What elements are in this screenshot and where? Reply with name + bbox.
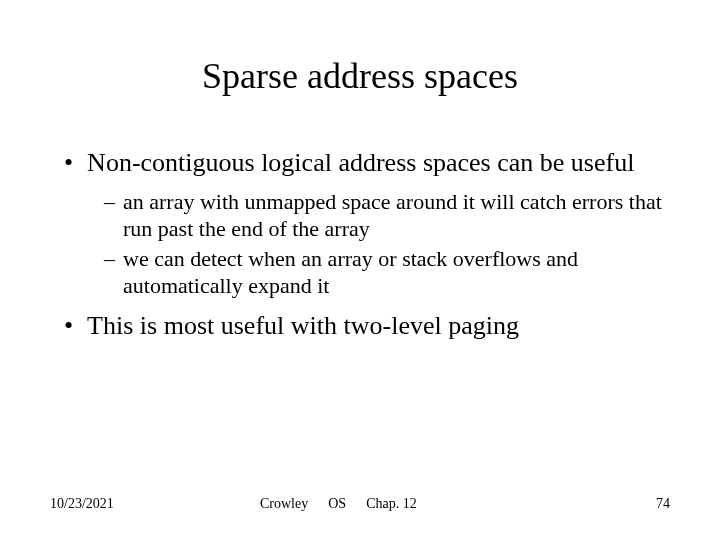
footer-page-number: 74 xyxy=(630,496,670,512)
bullet-item: • Non-contiguous logical address spaces … xyxy=(60,147,670,180)
sub-item-text: an array with unmapped space around it w… xyxy=(123,188,670,243)
slide-footer: 10/23/2021 Crowley OS Chap. 12 74 xyxy=(50,496,670,512)
footer-chapter: Chap. 12 xyxy=(366,496,417,512)
footer-author: Crowley xyxy=(260,496,308,512)
footer-center: Crowley OS Chap. 12 xyxy=(250,496,630,512)
dash-marker-icon: – xyxy=(104,245,115,273)
footer-date: 10/23/2021 xyxy=(50,496,250,512)
bullet-marker-icon: • xyxy=(64,310,73,343)
sub-list: – an array with unmapped space around it… xyxy=(60,188,670,300)
sub-item: – we can detect when an array or stack o… xyxy=(104,245,670,300)
slide-content: • Non-contiguous logical address spaces … xyxy=(50,147,670,342)
slide-title: Sparse address spaces xyxy=(50,55,670,97)
slide: Sparse address spaces • Non-contiguous l… xyxy=(0,0,720,540)
sub-item: – an array with unmapped space around it… xyxy=(104,188,670,243)
bullet-text: Non-contiguous logical address spaces ca… xyxy=(87,147,670,180)
bullet-item: • This is most useful with two-level pag… xyxy=(60,310,670,343)
bullet-marker-icon: • xyxy=(64,147,73,180)
bullet-text: This is most useful with two-level pagin… xyxy=(87,310,670,343)
sub-item-text: we can detect when an array or stack ove… xyxy=(123,245,670,300)
footer-course: OS xyxy=(328,496,346,512)
dash-marker-icon: – xyxy=(104,188,115,216)
